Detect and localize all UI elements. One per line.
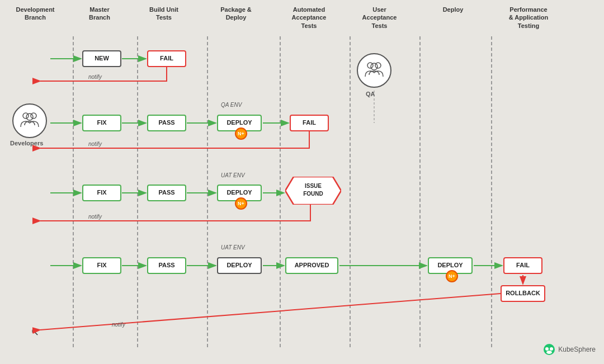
cursor-icon: ↖	[31, 326, 39, 338]
r4-env-label: UAT ENV	[221, 244, 245, 250]
vline-1	[73, 36, 74, 347]
watermark: KubeSphere	[543, 343, 596, 356]
col-automated-acceptance: AutomatedAcceptanceTests	[285, 6, 333, 30]
vline-2	[137, 36, 138, 347]
r3-pass-box: PASS	[147, 185, 186, 201]
vline-3	[207, 36, 208, 347]
vline-5	[350, 36, 351, 347]
col-package-deploy: Package &Deploy	[214, 6, 258, 22]
svg-point-5	[371, 63, 378, 70]
svg-text:notify: notify	[112, 322, 126, 328]
col-user-acceptance: UserAcceptanceTests	[356, 6, 403, 30]
r1-fail-box: FAIL	[147, 50, 186, 67]
col-build-unit-tests: Build UnitTests	[141, 6, 186, 22]
qa-avatar	[357, 53, 391, 88]
r4-fix-box: FIX	[82, 257, 121, 274]
svg-text:notify: notify	[88, 74, 102, 80]
col-dev-branch: Development Branch	[10, 6, 60, 22]
r4-approved-box: APPROVED	[285, 257, 338, 274]
svg-point-36	[546, 351, 552, 354]
r4-pass-box: PASS	[147, 257, 186, 274]
r1-new-box: NEW	[82, 50, 121, 67]
r4-rollback-box: ROLLBACK	[501, 285, 545, 302]
svg-text:ISSUE: ISSUE	[305, 183, 322, 189]
developers-label: Developers	[10, 140, 43, 146]
r4-nplus: N+	[446, 270, 458, 282]
r3-nplus: N+	[235, 197, 247, 210]
r2-pass-box: PASS	[147, 115, 186, 131]
svg-point-35	[550, 347, 553, 351]
r4-deploy-box: DEPLOY	[217, 257, 262, 274]
r3-env-label: UAT ENV	[221, 172, 245, 178]
r2-env-label: QA ENV	[221, 102, 242, 108]
r2-fix-box: FIX	[82, 115, 121, 131]
vline-6	[419, 36, 421, 347]
r3-issue-found: ISSUE FOUND	[285, 177, 341, 205]
diagram-container: Development Branch MasterBranch Build Un…	[0, 0, 604, 364]
watermark-text: KubeSphere	[558, 346, 596, 353]
r2-nplus: N+	[235, 127, 247, 140]
col-deploy: Deploy	[433, 6, 473, 13]
svg-point-2	[26, 114, 33, 120]
svg-point-34	[545, 347, 549, 351]
r4-fail-box: FAIL	[503, 257, 542, 274]
svg-text:notify: notify	[88, 214, 102, 220]
col-performance: Performance& ApplicationTesting	[501, 6, 556, 30]
vline-7	[491, 36, 492, 347]
r2-fail-box: FAIL	[290, 115, 329, 131]
svg-text:notify: notify	[88, 141, 102, 147]
r3-fix-box: FIX	[82, 185, 121, 201]
qa-label: QA	[366, 91, 375, 97]
developers-avatar	[12, 103, 47, 138]
col-master-branch: MasterBranch	[77, 6, 122, 22]
svg-text:FOUND: FOUND	[303, 191, 323, 197]
vline-4	[280, 36, 281, 347]
